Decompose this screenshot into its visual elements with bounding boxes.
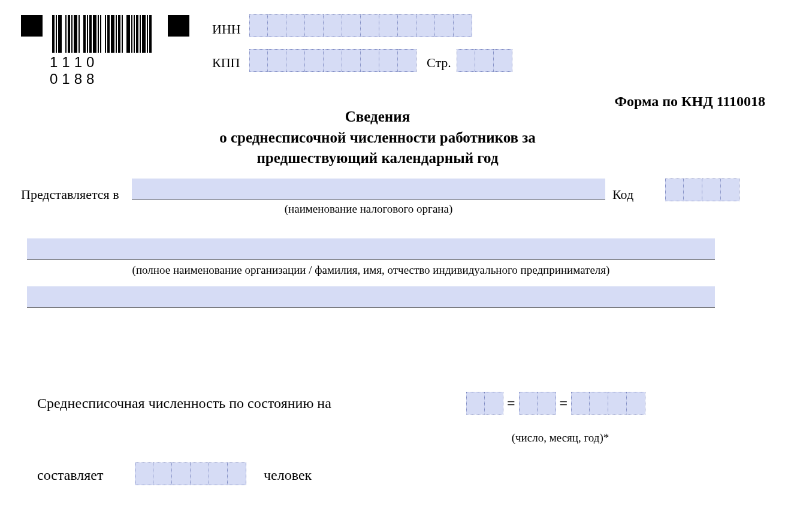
org-name-caption: (полное наименование организации / фамил… (27, 264, 715, 277)
headcount-month-field[interactable] (519, 392, 556, 415)
char-cell[interactable] (249, 14, 268, 37)
char-cell[interactable] (379, 49, 398, 72)
char-cell[interactable] (379, 14, 398, 37)
unit-label: человек (264, 467, 312, 483)
date-caption: (число, месяц, год)* (479, 431, 641, 444)
char-cell[interactable] (494, 49, 512, 72)
document-page: 1110 0188 ИНН КПП Стр. Форма по КНД 1110… (0, 0, 812, 508)
char-cell[interactable] (342, 14, 361, 37)
headcount-day-field[interactable] (466, 392, 503, 415)
title-line-3: предшествующий календарный год (256, 150, 498, 166)
inn-label: ИНН (212, 22, 241, 37)
org-name-field-1[interactable] (27, 238, 715, 260)
code-label: Код (612, 187, 633, 202)
title-line-1: Сведения (345, 108, 410, 125)
char-cell[interactable] (268, 14, 286, 37)
char-cell[interactable] (608, 392, 627, 415)
char-cell[interactable] (398, 49, 416, 72)
title-line-2: о среднесписочной численности работников… (219, 129, 536, 146)
char-cell[interactable] (305, 49, 324, 72)
org-name-field-2[interactable] (27, 286, 715, 308)
char-cell[interactable] (684, 179, 702, 201)
kpp-field[interactable] (249, 49, 416, 72)
char-cell[interactable] (135, 462, 153, 485)
char-cell[interactable] (590, 392, 608, 415)
barcode-icon (52, 15, 153, 53)
char-cell[interactable] (665, 179, 684, 201)
page-label: Стр. (427, 55, 451, 71)
char-cell[interactable] (485, 392, 503, 415)
page-cells[interactable] (457, 49, 512, 72)
amount-label: составляет (37, 467, 104, 483)
page-field[interactable] (457, 49, 512, 72)
submit-to-label: Представляется в (21, 187, 119, 202)
char-cell[interactable] (519, 392, 538, 415)
char-cell[interactable] (172, 462, 191, 485)
char-cell[interactable] (286, 14, 305, 37)
date-sep-2: = (560, 395, 568, 412)
black-square-right (168, 15, 189, 37)
char-cell[interactable] (153, 462, 172, 485)
inn-cells[interactable] (249, 14, 472, 37)
headcount-label: Среднесписочная численность по состоянию… (37, 395, 331, 412)
char-cell[interactable] (249, 49, 268, 72)
barcode-digits: 1110 0188 (50, 54, 155, 87)
char-cell[interactable] (324, 14, 342, 37)
black-square-left (21, 15, 43, 37)
char-cell[interactable] (466, 392, 485, 415)
code-cells[interactable] (665, 179, 739, 201)
char-cell[interactable] (721, 179, 739, 201)
char-cell[interactable] (571, 392, 590, 415)
char-cell[interactable] (435, 14, 454, 37)
char-cell[interactable] (191, 462, 209, 485)
char-cell[interactable] (286, 49, 305, 72)
char-cell[interactable] (361, 14, 379, 37)
headcount-year-field[interactable] (571, 392, 645, 415)
char-cell[interactable] (454, 14, 472, 37)
code-field[interactable] (665, 179, 739, 201)
char-cell[interactable] (416, 14, 435, 37)
tax-authority-caption: (наименование налогового органа) (132, 202, 605, 216)
amount-field[interactable] (135, 462, 246, 485)
char-cell[interactable] (538, 392, 556, 415)
char-cell[interactable] (268, 49, 286, 72)
date-sep-1: = (507, 395, 515, 412)
headcount-date-group: = = (466, 392, 645, 415)
document-title: Сведения о среднесписочной численности р… (0, 107, 755, 169)
char-cell[interactable] (627, 392, 645, 415)
char-cell[interactable] (324, 49, 342, 72)
char-cell[interactable] (457, 49, 475, 72)
tax-authority-field[interactable] (132, 179, 605, 200)
char-cell[interactable] (702, 179, 721, 201)
kpp-cells[interactable] (249, 49, 416, 72)
barcode-block: 1110 0188 (50, 15, 155, 87)
char-cell[interactable] (228, 462, 246, 485)
top-marks-row: 1110 0188 (21, 15, 189, 87)
char-cell[interactable] (209, 462, 228, 485)
kpp-label: КПП (212, 55, 240, 71)
char-cell[interactable] (475, 49, 494, 72)
char-cell[interactable] (398, 14, 416, 37)
char-cell[interactable] (305, 14, 324, 37)
inn-field[interactable] (249, 14, 472, 37)
char-cell[interactable] (342, 49, 361, 72)
char-cell[interactable] (361, 49, 379, 72)
amount-cells[interactable] (135, 462, 246, 485)
